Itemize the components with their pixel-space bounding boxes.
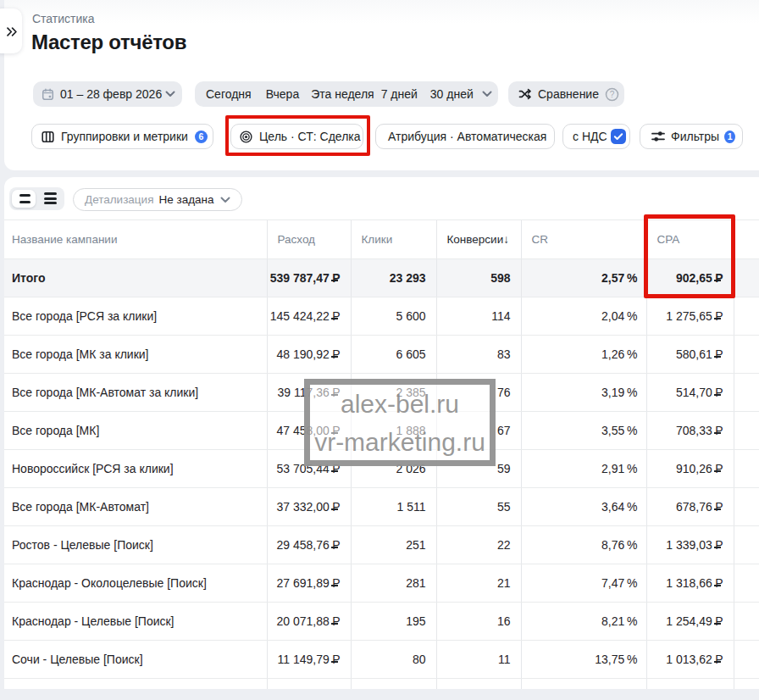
svg-text:?: ?: [610, 90, 615, 99]
